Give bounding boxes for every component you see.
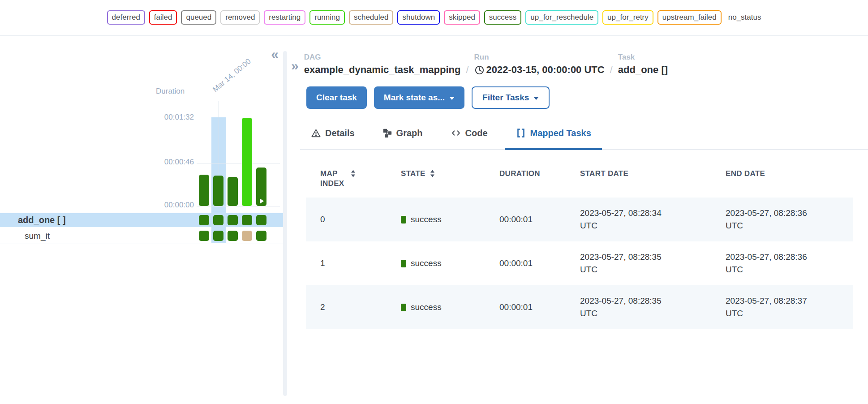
success-state-dot — [401, 260, 406, 267]
status-badge-deferred[interactable]: deferred — [107, 10, 145, 25]
task-row-sum-it[interactable]: sum_it — [0, 228, 283, 243]
clock-icon — [474, 65, 485, 75]
y-tick-00-00-00: 00:00:00 — [154, 201, 194, 210]
y-tick-00-01-32: 00:01:32 — [154, 113, 194, 122]
status-badge-scheduled[interactable]: scheduled — [349, 10, 394, 25]
caret-down-icon — [533, 97, 539, 100]
status-badge-upstream-failed[interactable]: upstream_failed — [657, 10, 722, 25]
status-badge-success[interactable]: success — [484, 10, 521, 25]
table-header-row: MAP INDEX STATE DURATION — [306, 163, 853, 198]
mapped-tasks-table: MAP INDEX STATE DURATION — [306, 163, 853, 329]
cell-duration: 00:00:01 — [499, 258, 580, 268]
brackets-icon — [516, 128, 526, 138]
cell-state: success — [401, 302, 499, 312]
breadcrumb-separator: / — [466, 63, 468, 77]
table-row[interactable]: 1 success 00:00:01 2023-05-27, 08:28:35 … — [306, 241, 853, 285]
row-divider-top — [0, 212, 283, 212]
cell-duration: 00:00:01 — [499, 215, 580, 224]
cell-duration: 00:00:01 — [499, 302, 580, 312]
graph-icon — [382, 128, 392, 138]
grid-panel: « Duration Mar 14, 00:00 00:01:32 00:00:… — [0, 36, 283, 403]
latest-run-play-icon — [260, 198, 264, 204]
airflow-grid-page: deferred failed queued removed restartin… — [0, 0, 868, 404]
status-badge-restarting[interactable]: restarting — [264, 10, 305, 25]
task-instance-sum-it-1[interactable] — [199, 231, 209, 241]
gridline-mid — [197, 163, 280, 163]
task-label: Task — [618, 53, 668, 62]
run-label: Run — [474, 53, 605, 62]
cell-start-date: 2023-05-27, 08:28:35 UTC — [580, 251, 663, 276]
status-badge-failed[interactable]: failed — [149, 10, 177, 25]
status-badge-queued[interactable]: queued — [181, 10, 216, 25]
tab-code[interactable]: Code — [440, 125, 498, 149]
tab-graph[interactable]: Graph — [372, 125, 434, 149]
task-instance-add-one-1[interactable] — [199, 215, 209, 225]
caret-down-icon — [449, 97, 455, 100]
run-duration-bar-1[interactable] — [199, 175, 209, 206]
cell-map-index: 0 — [306, 215, 401, 224]
clear-task-button[interactable]: Clear task — [306, 86, 367, 109]
tab-details[interactable]: Details — [300, 125, 365, 149]
breadcrumb: » DAG example_dynamic_task_mapping / Run… — [291, 53, 868, 77]
warning-triangle-icon — [311, 128, 321, 138]
task-instance-add-one-5[interactable] — [256, 215, 266, 225]
tab-mapped-tasks[interactable]: Mapped Tasks — [505, 125, 602, 149]
cell-map-index: 2 — [306, 302, 401, 312]
sort-icon[interactable] — [430, 170, 435, 177]
sort-icon[interactable] — [351, 170, 356, 177]
column-header-state[interactable]: STATE — [401, 169, 499, 179]
status-badge-shutdown[interactable]: shutdown — [397, 10, 440, 25]
filter-tasks-button[interactable]: Filter Tasks — [472, 86, 550, 109]
breadcrumb-dag: DAG example_dynamic_task_mapping — [304, 53, 461, 77]
panel-resize-handle[interactable] — [283, 51, 287, 396]
success-state-dot — [401, 216, 406, 223]
cell-end-date: 2023-05-27, 08:28:36 UTC — [726, 207, 808, 232]
table-row[interactable]: 2 success 00:00:01 2023-05-27, 08:28:35 … — [306, 285, 853, 329]
breadcrumb-run: Run 2022-03-15, 00:00:00 UTC — [474, 53, 605, 77]
cell-end-date: 2023-05-27, 08:28:37 UTC — [726, 295, 808, 320]
breadcrumb-separator: / — [610, 63, 613, 77]
task-instance-sum-it-2[interactable] — [213, 231, 223, 241]
cell-state: success — [401, 215, 499, 224]
status-label-no-status: no_status — [728, 13, 761, 22]
run-duration-bar-2[interactable] — [213, 176, 223, 206]
dag-name[interactable]: example_dynamic_task_mapping — [304, 63, 461, 77]
run-duration-bar-4[interactable] — [242, 118, 252, 206]
task-instance-add-one-4[interactable] — [242, 215, 252, 225]
task-name-sum-it[interactable]: sum_it — [25, 231, 50, 241]
collapse-panel-icon[interactable]: « — [271, 47, 279, 61]
task-detail-panel: » DAG example_dynamic_task_mapping / Run… — [287, 36, 868, 403]
task-instance-add-one-3[interactable] — [228, 215, 238, 225]
column-header-start-date[interactable]: START DATE — [580, 169, 726, 179]
task-name-add-one[interactable]: add_one [ ] — [18, 215, 66, 225]
column-header-duration[interactable]: DURATION — [499, 169, 580, 179]
task-row-add-one[interactable]: add_one [ ] — [0, 213, 283, 227]
gridline-bottom — [197, 206, 280, 206]
mark-state-as-button[interactable]: Mark state as... — [374, 86, 464, 109]
cell-state: success — [401, 258, 499, 268]
task-instance-sum-it-5[interactable] — [256, 231, 266, 241]
cell-end-date: 2023-05-27, 08:28:36 UTC — [726, 251, 808, 276]
status-badge-up-for-reschedule[interactable]: up_for_reschedule — [525, 10, 598, 25]
task-instance-sum-it-3[interactable] — [228, 231, 238, 241]
y-tick-00-00-46: 00:00:46 — [154, 158, 194, 167]
task-instance-add-one-2[interactable] — [213, 215, 223, 225]
status-badge-skipped[interactable]: skipped — [444, 10, 480, 25]
expand-panel-icon[interactable]: » — [291, 59, 299, 73]
table-row[interactable]: 0 success 00:00:01 2023-05-27, 08:28:34 … — [306, 198, 853, 241]
run-value[interactable]: 2022-03-15, 00:00:00 UTC — [474, 63, 605, 77]
task-instance-sum-it-4[interactable] — [242, 231, 252, 241]
status-badge-up-for-retry[interactable]: up_for_retry — [602, 10, 653, 25]
cell-map-index: 1 — [306, 258, 401, 268]
detail-tabs: Details Graph Code — [300, 125, 868, 150]
status-badge-removed[interactable]: removed — [220, 10, 260, 25]
run-date-label: Mar 14, 00:00 — [211, 57, 253, 94]
column-header-map-index[interactable]: MAP INDEX — [306, 169, 401, 189]
row-divider-bottom — [0, 244, 283, 244]
duration-axis-title: Duration — [156, 87, 185, 96]
run-duration-bar-5[interactable] — [256, 168, 266, 206]
status-badge-running[interactable]: running — [309, 10, 345, 25]
task-value[interactable]: add_one [] — [618, 63, 668, 77]
run-duration-bar-3[interactable] — [228, 177, 238, 206]
column-header-end-date[interactable]: END DATE — [726, 169, 853, 179]
